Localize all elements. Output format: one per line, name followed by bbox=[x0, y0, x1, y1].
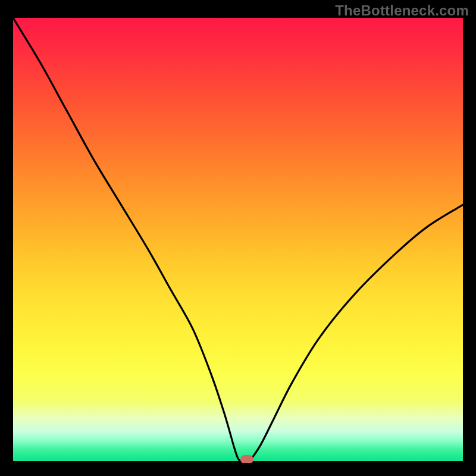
plot-outer bbox=[13, 18, 463, 463]
curve-svg bbox=[13, 18, 463, 463]
watermark-text: TheBottleneck.com bbox=[335, 2, 469, 19]
chart-frame: TheBottleneck.com bbox=[0, 0, 476, 476]
optimal-marker bbox=[240, 455, 253, 463]
bottleneck-curve-path bbox=[13, 18, 463, 463]
plot-area bbox=[13, 18, 463, 463]
